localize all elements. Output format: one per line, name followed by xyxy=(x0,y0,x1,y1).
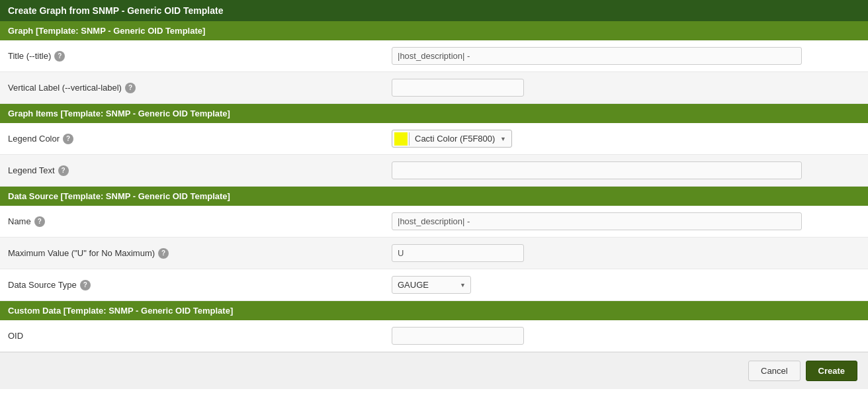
footer: Cancel Create xyxy=(0,352,868,389)
max-value-row: Maximum Value ("U" for No Maximum) ? xyxy=(0,238,868,269)
graph-section-header: Graph [Template: SNMP - Generic OID Temp… xyxy=(0,21,868,40)
oid-label: OID xyxy=(8,331,392,341)
name-row: Name ? xyxy=(0,206,868,238)
legend-color-label: Legend Color ? xyxy=(8,134,392,144)
legend-text-label: Legend Text ? xyxy=(8,165,392,176)
name-help-icon[interactable]: ? xyxy=(34,216,45,227)
legend-color-box xyxy=(392,132,410,146)
max-value-input[interactable] xyxy=(392,244,524,262)
data-source-type-help-icon[interactable]: ? xyxy=(80,280,91,290)
page-title: Create Graph from SNMP - Generic OID Tem… xyxy=(0,0,868,21)
graph-items-header-text: Graph Items [Template: SNMP - Generic OI… xyxy=(8,109,230,118)
page-container: Create Graph from SNMP - Generic OID Tem… xyxy=(0,0,868,397)
graph-header-text: Graph [Template: SNMP - Generic OID Temp… xyxy=(8,26,205,36)
oid-row: OID xyxy=(0,320,868,352)
data-source-type-control: GAUGE COUNTER DERIVE ABSOLUTE xyxy=(392,276,860,294)
vertical-label-input[interactable] xyxy=(392,79,524,97)
max-value-help-icon[interactable]: ? xyxy=(158,248,169,259)
legend-text-help-icon[interactable]: ? xyxy=(58,165,69,176)
title-row: Title (--title) ? xyxy=(0,40,868,72)
cancel-button[interactable]: Cancel xyxy=(748,361,800,381)
vertical-label-control xyxy=(392,79,860,97)
legend-color-swatch xyxy=(394,132,408,146)
vertical-label-row: Vertical Label (--vertical-label) ? xyxy=(0,72,868,104)
name-control xyxy=(392,212,860,230)
data-source-section-header: Data Source [Template: SNMP - Generic OI… xyxy=(0,187,868,206)
vertical-label-label: Vertical Label (--vertical-label) ? xyxy=(8,83,392,93)
title-label: Title (--title) ? xyxy=(8,51,392,62)
data-source-type-label: Data Source Type ? xyxy=(8,280,392,290)
title-input[interactable] xyxy=(392,47,802,65)
vertical-label-help-icon[interactable]: ? xyxy=(125,83,136,93)
custom-data-header-text: Custom Data [Template: SNMP - Generic OI… xyxy=(8,306,233,316)
max-value-control xyxy=(392,244,860,262)
data-source-type-select[interactable]: GAUGE COUNTER DERIVE ABSOLUTE xyxy=(392,276,471,294)
name-input[interactable] xyxy=(392,212,802,230)
legend-color-select-outer: Cacti Color (F5F800) ▼ xyxy=(392,130,512,148)
custom-data-section-header: Custom Data [Template: SNMP - Generic OI… xyxy=(0,301,868,320)
legend-color-row: Legend Color ? Cacti Color (F5F800) ▼ xyxy=(0,123,868,155)
graph-items-section-header: Graph Items [Template: SNMP - Generic OI… xyxy=(0,104,868,123)
legend-text-control xyxy=(392,161,860,179)
gauge-select-wrapper: GAUGE COUNTER DERIVE ABSOLUTE xyxy=(392,276,471,294)
title-control xyxy=(392,47,860,65)
legend-color-help-icon[interactable]: ? xyxy=(63,134,73,144)
oid-input[interactable] xyxy=(392,327,524,345)
legend-text-input[interactable] xyxy=(392,161,802,179)
legend-color-control: Cacti Color (F5F800) ▼ xyxy=(392,130,860,148)
data-source-type-row: Data Source Type ? GAUGE COUNTER DERIVE … xyxy=(0,269,868,301)
title-text: Create Graph from SNMP - Generic OID Tem… xyxy=(8,5,223,16)
data-source-header-text: Data Source [Template: SNMP - Generic OI… xyxy=(8,191,230,201)
name-label: Name ? xyxy=(8,216,392,227)
max-value-label: Maximum Value ("U" for No Maximum) ? xyxy=(8,248,392,259)
title-help-icon[interactable]: ? xyxy=(54,51,65,62)
legend-text-row: Legend Text ? xyxy=(0,155,868,187)
oid-control xyxy=(392,327,860,345)
legend-color-dropdown[interactable]: Cacti Color (F5F800) xyxy=(410,130,511,147)
create-button[interactable]: Create xyxy=(806,361,857,381)
